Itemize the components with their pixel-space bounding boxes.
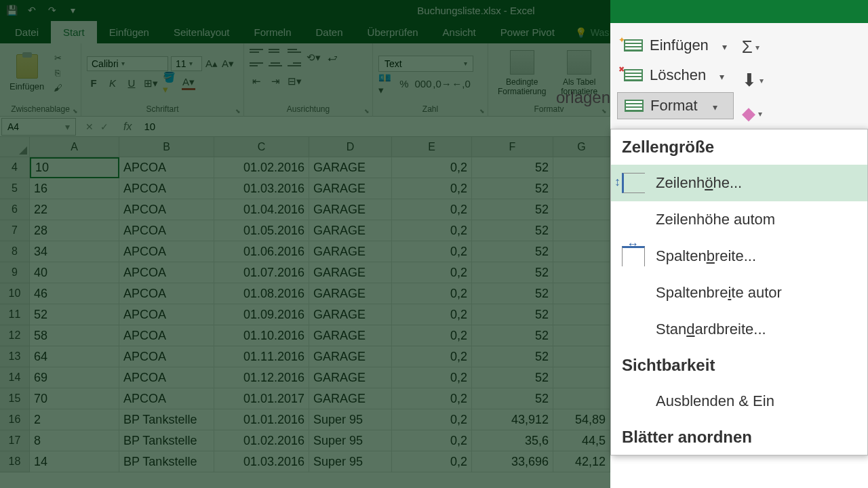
cell[interactable]: GARAGE [309,199,392,220]
cell[interactable]: 0,2 [392,178,472,199]
col-header-e[interactable]: E [392,137,472,157]
cancel-formula-icon[interactable]: ✕ [85,121,94,132]
wrap-text-icon[interactable]: ⮐ [326,51,339,64]
cell[interactable]: GARAGE [309,220,392,241]
cell[interactable]: APCOA [119,262,214,283]
cell[interactable]: 8 [30,430,119,451]
number-format-select[interactable]: Text [378,56,473,72]
font-size-select[interactable]: 11 [171,56,202,71]
menu-zeilenhoehe-auto[interactable]: Zeilenhöhe autom [611,201,867,238]
cell[interactable]: 22 [30,199,119,220]
cell[interactable]: APCOA [119,346,214,367]
autosum-button[interactable]: Σ [742,37,764,58]
cell[interactable]: GARAGE [309,304,392,325]
cell[interactable]: 0,2 [392,409,472,430]
thousands-icon[interactable]: 000 [416,77,430,91]
cell[interactable]: 33,696 [472,451,553,472]
menu-zeilenhoehe[interactable]: Zeilenhöhe... ➤ [611,165,867,201]
row-header[interactable]: 10 [0,283,30,304]
italic-button[interactable]: K [106,77,119,90]
cell[interactable]: 0,2 [392,346,472,367]
decrease-decimal-icon[interactable]: ←,0 [454,77,468,91]
cell[interactable]: 14 [30,451,119,472]
align-top-icon[interactable] [250,46,263,56]
redo-icon[interactable]: ↷ [46,4,58,16]
percent-icon[interactable]: % [397,77,411,91]
cell[interactable]: 01.06.2016 [214,241,309,262]
row-header[interactable]: 5 [0,178,30,199]
row-header[interactable]: 13 [0,346,30,367]
decrease-font-icon[interactable]: A▾ [221,57,235,70]
col-header-b[interactable]: B [119,137,214,157]
cell[interactable]: APCOA [119,283,214,304]
tab-ansicht[interactable]: Ansicht [431,21,488,43]
cell[interactable]: 0,2 [392,241,472,262]
cell[interactable]: BP Tankstelle [119,430,214,451]
select-all-corner[interactable] [0,137,30,157]
row-header[interactable]: 6 [0,199,30,220]
cell[interactable]: 44,5 [553,430,610,451]
align-bottom-icon[interactable] [288,46,301,56]
cell[interactable]: APCOA [119,178,214,199]
increase-indent-icon[interactable]: ⇥ [269,75,282,88]
cell[interactable]: APCOA [119,388,214,409]
cell[interactable]: 54,89 [553,409,610,430]
cell[interactable]: 01.02.2016 [214,430,309,451]
fill-color-button[interactable]: 🪣▾ [163,77,176,90]
cell[interactable]: 52 [472,283,553,304]
formula-input[interactable]: 10 [137,121,162,132]
cell[interactable]: GARAGE [309,157,392,178]
tab-ueberpruefen[interactable]: Überprüfen [355,21,431,43]
cell[interactable]: 52 [472,325,553,346]
cell[interactable]: 0,2 [392,157,472,178]
cell[interactable]: 01.05.2016 [214,220,309,241]
cell[interactable]: 0,2 [392,367,472,388]
cell[interactable]: GARAGE [309,283,392,304]
menu-ausblenden[interactable]: Ausblenden & Ein [611,383,867,420]
cell[interactable]: GARAGE [309,325,392,346]
row-header[interactable]: 15 [0,388,30,409]
qat-more-icon[interactable]: ▾ [66,4,79,16]
cell[interactable]: 40 [30,262,119,283]
tab-powerpivot[interactable]: Power Pivot [488,21,567,43]
cell[interactable] [553,241,610,262]
cell[interactable]: 01.04.2016 [214,199,309,220]
cell[interactable]: 01.12.2016 [214,367,309,388]
cell[interactable]: APCOA [119,157,214,178]
cell[interactable] [553,199,610,220]
delete-cells-button[interactable]: Löschen [617,62,734,88]
cell[interactable] [553,220,610,241]
cell[interactable]: 0,2 [392,325,472,346]
cell[interactable]: GARAGE [309,241,392,262]
fill-button[interactable]: ⬇ [742,70,764,91]
cell[interactable]: 52 [472,304,553,325]
format-cells-button[interactable]: Format [617,92,734,119]
row-header[interactable]: 11 [0,304,30,325]
tab-datei[interactable]: Datei [3,21,51,43]
cell[interactable] [553,283,610,304]
col-header-c[interactable]: C [214,137,309,157]
fx-icon[interactable]: fx [118,121,137,133]
decrease-indent-icon[interactable]: ⇤ [250,75,263,88]
cell[interactable]: 64 [30,346,119,367]
align-left-icon[interactable] [250,60,263,69]
cell[interactable]: 0,2 [392,220,472,241]
accept-formula-icon[interactable]: ✓ [100,121,108,132]
cell[interactable]: 52 [472,178,553,199]
cell[interactable] [553,178,610,199]
cell[interactable] [553,325,610,346]
cell[interactable]: 01.03.2016 [214,451,309,472]
cell[interactable]: BP Tankstelle [119,451,214,472]
align-center-icon[interactable] [269,60,282,69]
align-right-icon[interactable] [288,60,301,69]
font-color-button[interactable]: A▾ [182,77,195,90]
cell[interactable]: Super 95 [309,409,392,430]
insert-cells-button[interactable]: Einfügen [617,33,734,58]
cell[interactable]: 01.09.2016 [214,304,309,325]
conditional-formatting-button[interactable]: Bedingte Formatierung [494,47,550,99]
menu-spaltenbreite[interactable]: Spaltenbreite... [611,238,867,274]
row-header[interactable]: 14 [0,367,30,388]
cell[interactable]: 52 [472,346,553,367]
cell[interactable]: 52 [472,262,553,283]
col-header-a[interactable]: A [30,137,119,157]
